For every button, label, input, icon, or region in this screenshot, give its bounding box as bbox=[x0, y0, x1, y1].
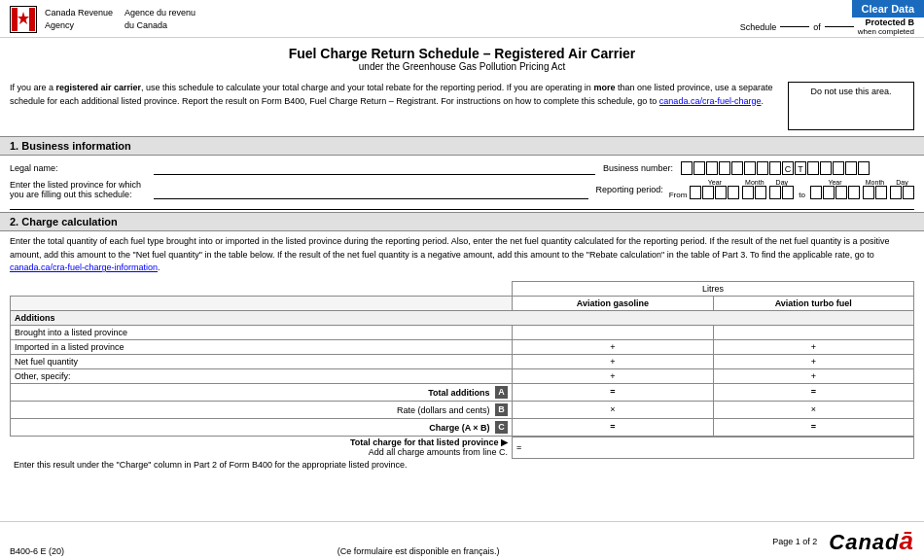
box-a-label: A bbox=[495, 386, 508, 399]
year-box-f1[interactable] bbox=[690, 186, 701, 199]
year-box-f4[interactable] bbox=[728, 186, 739, 199]
month-label-to: Month bbox=[866, 179, 884, 186]
other-ag[interactable]: + bbox=[513, 368, 713, 383]
business-number-area: Business number: C T bbox=[603, 161, 914, 175]
province-label-area: Enter the listed province for which you … bbox=[10, 180, 146, 199]
day-box-f2[interactable] bbox=[782, 186, 794, 199]
bn-box-4[interactable] bbox=[719, 161, 730, 175]
total-additions-row: Total additions A = = bbox=[11, 383, 914, 401]
agency-name-fr: Agence du revenu du Canada bbox=[124, 7, 195, 31]
total-charge-value[interactable]: = bbox=[512, 437, 913, 458]
from-label: From bbox=[669, 191, 688, 199]
bn-box-6[interactable] bbox=[744, 161, 756, 175]
rate-row: Rate (dollars and cents) B × × bbox=[11, 401, 914, 418]
year-box-t2[interactable] bbox=[823, 186, 835, 199]
year-box-f2[interactable] bbox=[702, 186, 714, 199]
province-label1: Enter the listed province for which bbox=[10, 180, 146, 190]
total-charge-row: Total charge for that listed province ▶ … bbox=[10, 437, 914, 458]
day-boxes-to bbox=[890, 186, 914, 199]
bn-box-9[interactable]: C bbox=[782, 161, 794, 175]
net-fuel-atf[interactable]: + bbox=[713, 354, 913, 368]
bn-box-7[interactable] bbox=[757, 161, 768, 175]
bn-box-12[interactable] bbox=[820, 161, 832, 175]
charge-intro: Enter the total quantity of each fuel ty… bbox=[10, 235, 914, 275]
business-number-boxes: C T bbox=[681, 161, 870, 175]
reporting-period-row: Reporting period: From Year M bbox=[596, 179, 914, 199]
sub-title: under the Greenhouse Gas Pollution Prici… bbox=[10, 61, 914, 72]
day-box-t2[interactable] bbox=[903, 186, 914, 199]
reporting-period-area: Reporting period: From Year M bbox=[596, 179, 914, 199]
other-atf[interactable]: + bbox=[713, 368, 913, 383]
province-reporting-row: Enter the listed province for which you … bbox=[10, 179, 914, 199]
year-box-t3[interactable] bbox=[835, 186, 847, 199]
intro-link[interactable]: canada.ca/cra-fuel-charge bbox=[659, 96, 762, 106]
legal-name-input[interactable] bbox=[154, 161, 595, 175]
form-number: B400-6 E (20) bbox=[10, 546, 64, 556]
legal-name-label: Legal name: bbox=[10, 163, 146, 173]
other-label: Other, specify: bbox=[11, 368, 513, 383]
total-additions-atf[interactable]: = bbox=[713, 383, 913, 401]
bn-box-8[interactable] bbox=[769, 161, 781, 175]
bn-box-2[interactable] bbox=[693, 161, 705, 175]
year-box-f3[interactable] bbox=[715, 186, 727, 199]
charge-link[interactable]: canada.ca/cra-fuel-charge-information bbox=[10, 262, 158, 272]
province-label2: you are filling out this schedule: bbox=[10, 190, 146, 199]
month-box-t2[interactable] bbox=[875, 186, 887, 199]
month-box-f1[interactable] bbox=[742, 186, 754, 199]
clear-data-button[interactable]: Clear Data bbox=[852, 0, 924, 18]
canada-flag-logo bbox=[10, 6, 37, 33]
rate-ag[interactable]: × bbox=[513, 401, 713, 418]
rate-atf[interactable]: × bbox=[713, 401, 913, 418]
imported-atf[interactable]: + bbox=[713, 339, 913, 354]
month-group-from: Month bbox=[742, 179, 766, 199]
table-row: Other, specify: + + bbox=[11, 368, 914, 383]
bn-box-10[interactable]: T bbox=[795, 161, 806, 175]
business-info: Legal name: Business number: C T bbox=[0, 156, 924, 209]
month-group-to: Month bbox=[863, 179, 887, 199]
charge-ag[interactable]: = bbox=[513, 418, 713, 436]
day-label-to: Day bbox=[896, 179, 907, 186]
bn-box-3[interactable] bbox=[706, 161, 718, 175]
bn-box-1[interactable] bbox=[681, 161, 693, 175]
bn-box-11[interactable] bbox=[807, 161, 819, 175]
bn-box-15[interactable] bbox=[858, 161, 870, 175]
charge-row: Charge (A × B) C = = bbox=[11, 418, 914, 436]
bn-box-5[interactable] bbox=[731, 161, 743, 175]
year-boxes-from bbox=[690, 186, 739, 199]
year-box-t1[interactable] bbox=[810, 186, 822, 199]
month-box-t1[interactable] bbox=[863, 186, 874, 199]
rate-label: Rate (dollars and cents) B bbox=[11, 401, 513, 418]
litres-header: Litres bbox=[513, 281, 914, 296]
month-box-f2[interactable] bbox=[755, 186, 766, 199]
divider bbox=[10, 209, 914, 210]
province-input[interactable] bbox=[154, 186, 588, 199]
to-label: to bbox=[799, 191, 805, 199]
total-charge-label: Total charge for that listed province ▶ … bbox=[10, 437, 512, 458]
legal-name-row: Legal name: Business number: C T bbox=[10, 161, 914, 175]
schedule-total-line bbox=[825, 26, 854, 27]
table-row: Net fuel quantity + + bbox=[11, 354, 914, 368]
day-box-f1[interactable] bbox=[769, 186, 781, 199]
title-area: Fuel Charge Return Schedule – Registered… bbox=[0, 38, 924, 76]
imported-ag[interactable]: + bbox=[513, 339, 713, 354]
section2-header: 2. Charge calculation bbox=[0, 212, 924, 231]
bn-box-13[interactable] bbox=[833, 161, 844, 175]
day-label-from: Day bbox=[776, 179, 788, 186]
schedule-area: Schedule of Protected B when completed bbox=[740, 18, 914, 36]
charge-atf[interactable]: = bbox=[713, 418, 913, 436]
month-boxes-to bbox=[863, 186, 887, 199]
reporting-period-label: Reporting period: bbox=[596, 185, 663, 194]
table-row: Imported in a listed province + + bbox=[11, 339, 914, 354]
brought-into-ag[interactable] bbox=[513, 325, 713, 339]
agency-name: Canada Revenue Agency bbox=[45, 7, 113, 31]
bn-box-14[interactable] bbox=[845, 161, 857, 175]
year-box-t4[interactable] bbox=[848, 186, 860, 199]
footer-right-area: Page 1 of 2 Canadā bbox=[772, 526, 914, 556]
day-box-t1[interactable] bbox=[890, 186, 902, 199]
net-fuel-ag[interactable]: + bbox=[513, 354, 713, 368]
svg-rect-0 bbox=[12, 8, 18, 31]
total-additions-ag[interactable]: = bbox=[513, 383, 713, 401]
schedule-label: Schedule bbox=[740, 22, 777, 32]
brought-into-atf[interactable] bbox=[713, 325, 913, 339]
main-title: Fuel Charge Return Schedule – Registered… bbox=[10, 46, 914, 61]
